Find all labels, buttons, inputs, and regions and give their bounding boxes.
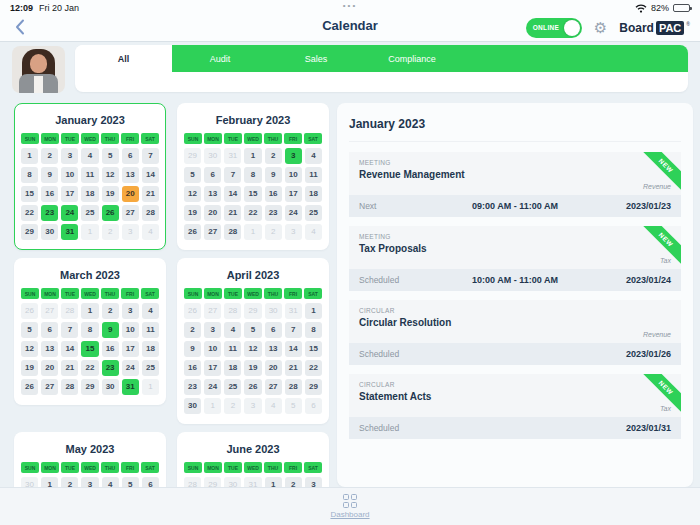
day-cell[interactable]: 4 <box>305 148 322 164</box>
day-cell[interactable]: 15 <box>244 186 261 202</box>
tab-audit[interactable]: Audit <box>172 45 268 72</box>
day-cell[interactable]: 15 <box>305 341 322 357</box>
day-cell[interactable]: 27 <box>41 303 58 319</box>
day-cell[interactable]: 11 <box>305 167 322 183</box>
day-cell[interactable]: 5 <box>244 322 261 338</box>
tab-all[interactable]: All <box>75 45 172 72</box>
day-cell[interactable]: 14 <box>61 341 78 357</box>
day-cell[interactable]: 27 <box>204 303 221 319</box>
day-cell[interactable]: 3 <box>285 148 302 164</box>
day-cell[interactable]: 1 <box>142 379 159 395</box>
day-cell[interactable]: 9 <box>41 167 58 183</box>
day-cell[interactable]: 14 <box>224 186 241 202</box>
day-cell[interactable]: 17 <box>204 360 221 376</box>
day-cell[interactable]: 17 <box>285 186 302 202</box>
day-cell[interactable]: 20 <box>204 205 221 221</box>
day-cell[interactable]: 31 <box>224 148 241 164</box>
day-cell[interactable]: 29 <box>184 148 201 164</box>
day-cell[interactable]: 29 <box>81 379 98 395</box>
day-cell[interactable]: 12 <box>21 341 38 357</box>
day-cell[interactable]: 25 <box>81 205 98 221</box>
day-cell[interactable]: 1 <box>305 303 322 319</box>
day-cell[interactable]: 10 <box>285 167 302 183</box>
day-cell[interactable]: 11 <box>142 322 159 338</box>
day-cell[interactable]: 24 <box>122 360 139 376</box>
day-cell[interactable]: 2 <box>184 322 201 338</box>
day-cell[interactable]: 3 <box>285 224 302 240</box>
day-cell[interactable]: 18 <box>305 186 322 202</box>
day-cell[interactable]: 26 <box>102 205 119 221</box>
day-cell[interactable]: 7 <box>61 322 78 338</box>
day-cell[interactable]: 23 <box>102 360 119 376</box>
day-cell[interactable]: 13 <box>41 341 58 357</box>
day-cell[interactable]: 26 <box>184 303 201 319</box>
day-cell[interactable]: 31 <box>61 224 78 240</box>
day-cell[interactable]: 12 <box>184 186 201 202</box>
day-cell[interactable]: 8 <box>305 322 322 338</box>
day-cell[interactable]: 27 <box>204 224 221 240</box>
day-cell[interactable]: 28 <box>142 205 159 221</box>
day-cell[interactable]: 19 <box>102 186 119 202</box>
day-cell[interactable]: 20 <box>41 360 58 376</box>
event-item[interactable]: MEETINGTax ProposalsNEWTaxScheduled10:00… <box>349 226 681 291</box>
day-cell[interactable]: 6 <box>265 322 282 338</box>
day-cell[interactable]: 24 <box>204 379 221 395</box>
day-cell[interactable]: 12 <box>244 341 261 357</box>
day-cell[interactable]: 6 <box>305 398 322 414</box>
day-cell[interactable]: 6 <box>41 322 58 338</box>
gear-icon[interactable]: ⚙ <box>594 20 607 35</box>
day-cell[interactable]: 28 <box>224 303 241 319</box>
day-cell[interactable]: 9 <box>265 167 282 183</box>
day-cell[interactable]: 7 <box>285 322 302 338</box>
event-item[interactable]: MEETINGRevenue ManagementNEWRevenueNext0… <box>349 152 681 217</box>
day-cell[interactable]: 3 <box>204 322 221 338</box>
day-cell[interactable]: 3 <box>122 224 139 240</box>
day-cell[interactable]: 4 <box>305 224 322 240</box>
day-cell[interactable]: 16 <box>102 341 119 357</box>
day-cell[interactable]: 2 <box>102 303 119 319</box>
day-cell[interactable]: 2 <box>265 224 282 240</box>
day-cell[interactable]: 8 <box>244 167 261 183</box>
online-toggle[interactable]: ONLINE <box>526 18 582 38</box>
day-cell[interactable]: 5 <box>102 148 119 164</box>
day-cell[interactable]: 10 <box>122 322 139 338</box>
day-cell[interactable]: 30 <box>204 148 221 164</box>
day-cell[interactable]: 22 <box>305 360 322 376</box>
day-cell[interactable]: 6 <box>204 167 221 183</box>
day-cell[interactable]: 26 <box>184 224 201 240</box>
day-cell[interactable]: 19 <box>21 360 38 376</box>
day-cell[interactable]: 3 <box>244 398 261 414</box>
day-cell[interactable]: 9 <box>102 322 119 338</box>
month-card-february-2023[interactable]: February 2023SUNMONTUEWEDTHUFRISAT293031… <box>177 103 329 250</box>
day-cell[interactable]: 10 <box>61 167 78 183</box>
day-cell[interactable]: 2 <box>224 398 241 414</box>
day-cell[interactable]: 24 <box>61 205 78 221</box>
day-cell[interactable]: 4 <box>81 148 98 164</box>
day-cell[interactable]: 1 <box>81 224 98 240</box>
day-cell[interactable]: 4 <box>142 224 159 240</box>
day-cell[interactable]: 21 <box>285 360 302 376</box>
day-cell[interactable]: 4 <box>142 303 159 319</box>
user-avatar[interactable] <box>12 46 65 93</box>
day-cell[interactable]: 5 <box>285 398 302 414</box>
day-cell[interactable]: 14 <box>285 341 302 357</box>
day-cell[interactable]: 27 <box>122 205 139 221</box>
event-item[interactable]: CIRCULARCircular ResolutionRevenueSchedu… <box>349 300 681 365</box>
day-cell[interactable]: 28 <box>224 224 241 240</box>
day-cell[interactable]: 22 <box>21 205 38 221</box>
day-cell[interactable]: 29 <box>21 224 38 240</box>
day-cell[interactable]: 8 <box>81 322 98 338</box>
day-cell[interactable]: 21 <box>224 205 241 221</box>
day-cell[interactable]: 4 <box>265 398 282 414</box>
event-item[interactable]: CIRCULARStatement ActsNEWTaxScheduled202… <box>349 374 681 439</box>
day-cell[interactable]: 2 <box>41 148 58 164</box>
day-cell[interactable]: 26 <box>21 303 38 319</box>
day-cell[interactable]: 19 <box>244 360 261 376</box>
day-cell[interactable]: 1 <box>244 224 261 240</box>
day-cell[interactable]: 5 <box>21 322 38 338</box>
tab-compliance[interactable]: Compliance <box>364 45 460 72</box>
day-cell[interactable]: 30 <box>184 398 201 414</box>
day-cell[interactable]: 28 <box>61 379 78 395</box>
day-cell[interactable]: 30 <box>102 379 119 395</box>
day-cell[interactable]: 15 <box>81 341 98 357</box>
